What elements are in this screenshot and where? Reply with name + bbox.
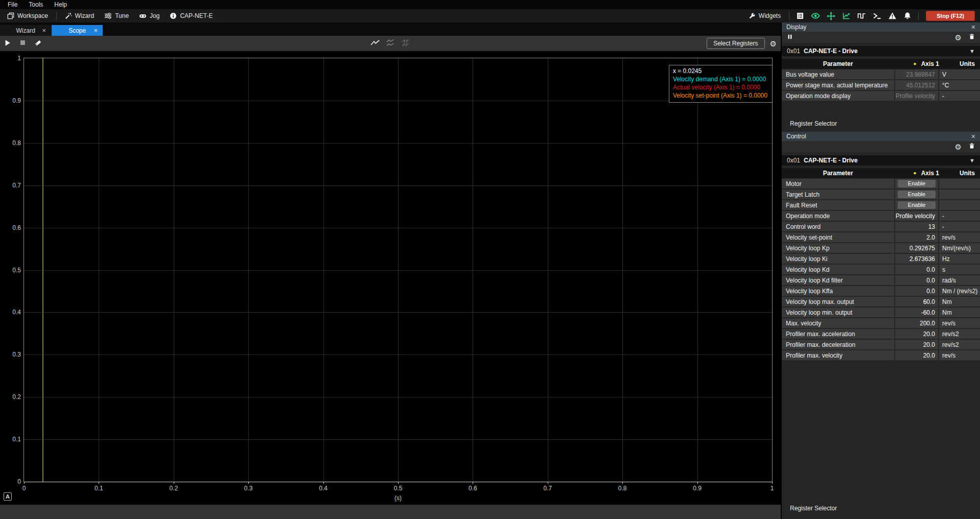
wizard-button[interactable]: Wizard	[60, 10, 99, 21]
param-value-cell[interactable]: 20.0	[895, 340, 938, 349]
grid-line	[24, 270, 772, 271]
stop-capture-icon[interactable]	[19, 39, 26, 48]
register-selector-link[interactable]: Register Selector	[790, 120, 980, 127]
column-axis: ●Axis 1	[894, 168, 939, 178]
multi-curve-icon[interactable]	[385, 39, 395, 49]
plot-area[interactable]: 00.10.20.30.40.50.60.70.80.9100.10.20.30…	[24, 58, 773, 482]
motion-move-icon[interactable]	[823, 10, 838, 21]
param-value-cell[interactable]: -60.0	[895, 308, 938, 317]
console-icon[interactable]	[869, 10, 884, 21]
param-unit: rev/s	[939, 350, 980, 360]
display-panel: Display × ⚙ 0x01 CAP-NET-E - Drive ▼ P	[782, 22, 980, 132]
autoscale-button[interactable]: A	[4, 492, 12, 501]
param-value-cell[interactable]: 200.0	[895, 318, 938, 328]
clear-plot-icon[interactable]	[34, 39, 42, 48]
param-value-cell[interactable]: 2.673636	[895, 254, 938, 264]
pause-icon[interactable]	[787, 34, 793, 41]
param-value-cell[interactable]: 20.0	[895, 329, 938, 339]
enable-button[interactable]: Enable	[898, 180, 936, 187]
stop-button[interactable]: Stop (F12)	[926, 11, 975, 21]
param-unit: rev/s	[939, 318, 980, 328]
control-panel: Control × ⚙ 0x01 CAP-NET-E - Drive ▼ Par…	[782, 132, 980, 519]
tab-bar: Wizard × Scope ×	[0, 22, 781, 36]
device-selector[interactable]: 0x01 CAP-NET-E - Drive ▼	[782, 46, 980, 56]
column-parameter: Parameter	[782, 168, 894, 178]
param-value-cell: Enable	[895, 190, 938, 199]
param-value-cell[interactable]: Profile velocity	[895, 211, 938, 221]
monitor-eye-icon[interactable]	[808, 10, 823, 21]
param-label: Bus voltage value	[782, 69, 894, 79]
menu-tools[interactable]: Tools	[23, 0, 49, 9]
play-icon[interactable]	[4, 39, 11, 48]
widgets-button[interactable]: Widgets	[743, 10, 786, 21]
param-value-cell[interactable]: 0.0	[895, 286, 938, 296]
param-value-cell: Enable	[895, 179, 938, 188]
tune-label: Tune	[115, 12, 129, 19]
table-row: Velocity loop max. output60.0Nm	[782, 297, 980, 306]
register-list-icon[interactable]	[792, 10, 808, 21]
param-value-cell[interactable]: 0.0	[895, 265, 938, 274]
signal-wave-icon[interactable]	[854, 10, 869, 21]
enable-button[interactable]: Enable	[898, 201, 936, 209]
close-icon[interactable]: ×	[41, 27, 47, 34]
grid-line	[24, 228, 772, 228]
gear-icon[interactable]: ⚙	[955, 34, 962, 41]
tooltip-series-line: Velocity demand (Axis 1) = 0.0000	[673, 75, 767, 83]
jog-button[interactable]: Jog	[134, 10, 165, 21]
toolbar-separator	[918, 12, 919, 20]
notification-bell-icon[interactable]	[900, 10, 915, 21]
column-units: Units	[939, 59, 980, 69]
param-value-cell[interactable]: 60.0	[895, 297, 938, 306]
param-value-cell[interactable]: 2.0	[895, 232, 938, 242]
close-icon[interactable]: ×	[971, 23, 975, 31]
warning-icon[interactable]	[884, 10, 900, 21]
select-registers-button[interactable]: Select Registers	[707, 38, 764, 49]
control-panel-header: Control ×	[782, 132, 980, 141]
param-unit: Nm	[939, 297, 980, 306]
table-row: Velocity loop Ki2.673636Hz	[782, 254, 980, 264]
y-tick-label: 0.9	[12, 97, 21, 104]
x-tick-label: 0.6	[469, 485, 477, 492]
gear-icon[interactable]: ⚙	[770, 40, 777, 48]
param-value-cell[interactable]: 20.0	[895, 350, 938, 360]
close-icon[interactable]: ×	[92, 27, 99, 34]
scope-capture-controls	[4, 39, 42, 48]
table-row: Fault ResetEnable	[782, 200, 980, 210]
device-selector[interactable]: 0x01 CAP-NET-E - Drive ▼	[782, 155, 980, 166]
jog-gamepad-icon	[139, 12, 147, 19]
register-selector-link[interactable]: Register Selector	[790, 505, 980, 512]
menu-help[interactable]: Help	[49, 0, 73, 9]
trash-icon[interactable]	[969, 143, 975, 151]
param-unit: rad/s	[939, 275, 980, 285]
gear-icon[interactable]: ⚙	[955, 143, 962, 151]
param-value-cell[interactable]: 13	[895, 222, 938, 231]
panel-toolbar-right: ⚙	[955, 33, 975, 41]
split-curve-icon[interactable]	[401, 39, 411, 49]
scope-chart-icon[interactable]	[838, 10, 854, 21]
param-value-cell[interactable]: 0.292675	[895, 243, 938, 253]
workspace-button[interactable]: Workspace	[2, 10, 53, 21]
panel-title: Control	[786, 133, 971, 140]
chart-cursor-line[interactable]	[42, 58, 43, 482]
trash-icon[interactable]	[969, 33, 975, 41]
device-button[interactable]: CAP-NET-E	[165, 10, 218, 21]
param-unit: V	[939, 69, 980, 79]
single-curve-icon[interactable]	[370, 39, 380, 49]
display-panel-header: Display ×	[782, 22, 980, 32]
x-tick-label: 0.8	[618, 485, 627, 492]
device-id: 0x01	[787, 48, 800, 55]
param-label: Velocity loop Kp	[782, 243, 894, 253]
menu-file[interactable]: File	[2, 0, 23, 9]
enable-button[interactable]: Enable	[898, 191, 936, 198]
table-row: Profiler max. velocity20.0rev/s	[782, 350, 980, 360]
tab-scope[interactable]: Scope ×	[52, 25, 103, 36]
close-icon[interactable]: ×	[971, 133, 975, 140]
toolbar-separator	[56, 12, 57, 20]
param-label: Velocity loop Kd filter	[782, 275, 894, 285]
wizard-wand-icon	[65, 12, 72, 19]
tab-wizard[interactable]: Wizard ×	[0, 25, 51, 36]
x-tick-label: 0	[22, 485, 26, 492]
tune-sliders-icon	[104, 12, 112, 19]
param-value-cell[interactable]: 0.0	[895, 275, 938, 285]
tune-button[interactable]: Tune	[99, 10, 134, 21]
